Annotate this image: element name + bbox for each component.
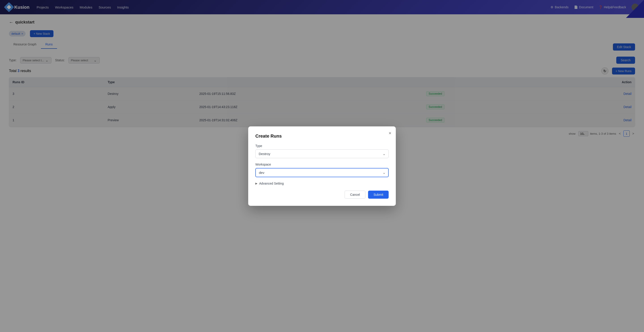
submit-button[interactable]: Submit	[368, 191, 389, 199]
advanced-setting-toggle[interactable]: ▶ Advanced Setting	[255, 182, 389, 185]
corner-decoration	[626, 0, 644, 18]
modal-footer: Cancel Submit	[255, 191, 389, 199]
modal-workspace-input-wrapper	[255, 168, 389, 177]
modal-type-label: Type	[255, 144, 389, 148]
advanced-arrow-icon: ▶	[255, 182, 258, 185]
modal-title: Create Runs	[255, 134, 389, 139]
modal-type-field: Type Destroy	[255, 144, 389, 158]
modal-workspace-label: Workspace	[255, 163, 389, 166]
modal-overlay[interactable]: Create Runs × Type Destroy Workspace ▶ A…	[0, 0, 644, 332]
modal-workspace-field: Workspace	[255, 163, 389, 177]
modal-workspace-input[interactable]	[255, 168, 389, 177]
advanced-setting-label: Advanced Setting	[259, 182, 284, 185]
create-runs-modal: Create Runs × Type Destroy Workspace ▶ A…	[248, 126, 396, 206]
cancel-button[interactable]: Cancel	[344, 191, 366, 199]
modal-type-select-wrapper: Destroy	[255, 149, 389, 158]
modal-close-button[interactable]: ×	[389, 131, 391, 135]
modal-type-select[interactable]: Destroy	[255, 149, 389, 158]
